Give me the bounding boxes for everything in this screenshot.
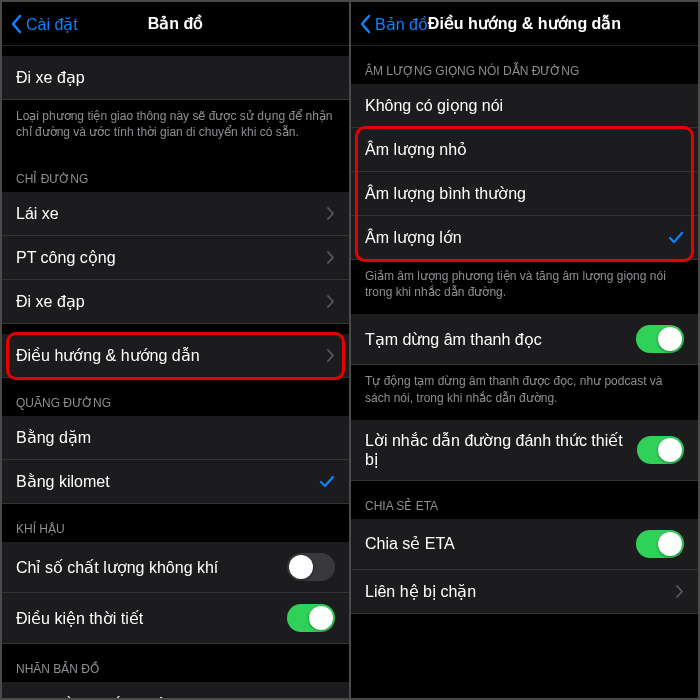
cell-label: Đi xe đạp xyxy=(16,68,85,87)
cell-label: Luôn bằng Tiếng Việt xyxy=(16,695,170,698)
toggle-weather[interactable] xyxy=(287,604,335,632)
cell-loud-volume[interactable]: Âm lượng lớn xyxy=(351,216,698,260)
cell-label: Chỉ số chất lượng không khí xyxy=(16,558,218,577)
back-label: Bản đồ xyxy=(375,15,428,34)
desc-pause: Tự động tạm dừng âm thanh được đọc, như … xyxy=(351,365,698,419)
desc-volume: Giảm âm lượng phương tiện và tăng âm lượ… xyxy=(351,260,698,314)
page-title: Điều hướng & hướng dẫn xyxy=(428,14,621,33)
checkmark-icon xyxy=(668,230,684,246)
content: ÂM LƯỢNG GIỌNG NÓI DẪN ĐƯỜNG Không có gi… xyxy=(351,46,698,698)
cell-label: Lái xe xyxy=(16,205,59,223)
cell-label: Bằng dặm xyxy=(16,428,91,447)
cell-wake-device[interactable]: Lời nhắc dẫn đường đánh thức thiết bị xyxy=(351,420,698,481)
cell-label: Âm lượng nhỏ xyxy=(365,140,467,159)
back-button[interactable]: Cài đặt xyxy=(10,2,78,46)
chevron-right-icon xyxy=(327,207,335,220)
cell-kilometers[interactable]: Bằng kilomet xyxy=(2,460,349,504)
cell-label: Điều hướng & hướng dẫn xyxy=(16,346,200,365)
checkmark-icon xyxy=(319,474,335,490)
header: Bản đồ Điều hướng & hướng dẫn xyxy=(351,2,698,46)
header: Cài đặt Bản đồ xyxy=(2,2,349,46)
cell-pause-spoken-audio[interactable]: Tạm dừng âm thanh đọc xyxy=(351,314,698,365)
cell-label: Tạm dừng âm thanh đọc xyxy=(365,330,542,349)
page-title: Bản đồ xyxy=(148,14,204,33)
toggle-pause-audio[interactable] xyxy=(636,325,684,353)
back-label: Cài đặt xyxy=(26,15,78,34)
chevron-right-icon xyxy=(676,585,684,598)
section-directions-header: CHỈ ĐƯỜNG xyxy=(2,154,349,192)
chevron-right-icon xyxy=(327,349,335,362)
cell-label: Đi xe đạp xyxy=(16,292,85,311)
chevron-left-icon xyxy=(10,14,22,34)
cell-label: Âm lượng lớn xyxy=(365,228,462,247)
section-labels-header: NHÃN BẢN ĐỒ xyxy=(2,644,349,682)
chevron-right-icon xyxy=(327,295,335,308)
section-climate-header: KHÍ HẬU xyxy=(2,504,349,542)
cell-label: Lời nhắc dẫn đường đánh thức thiết bị xyxy=(365,431,637,469)
cell-normal-volume[interactable]: Âm lượng bình thường xyxy=(351,172,698,216)
cell-miles[interactable]: Bằng dặm xyxy=(2,416,349,460)
cell-transit[interactable]: PT công cộng xyxy=(2,236,349,280)
content: Đi xe đạp Loại phương tiện giao thông nà… xyxy=(2,46,349,698)
cell-label: PT công cộng xyxy=(16,248,116,267)
cell-language[interactable]: Luôn bằng Tiếng Việt xyxy=(2,682,349,698)
cell-no-voice[interactable]: Không có giọng nói xyxy=(351,84,698,128)
pane-maps-settings: Cài đặt Bản đồ Đi xe đạp Loại phương tiệ… xyxy=(2,2,349,698)
back-button[interactable]: Bản đồ xyxy=(359,2,428,46)
cell-weather[interactable]: Điều kiện thời tiết xyxy=(2,593,349,644)
cell-label: Điều kiện thời tiết xyxy=(16,609,143,628)
cell-label: Chia sẻ ETA xyxy=(365,534,455,553)
section-volume-header: ÂM LƯỢNG GIỌNG NÓI DẪN ĐƯỜNG xyxy=(351,46,698,84)
toggle-share-eta[interactable] xyxy=(636,530,684,558)
section-eta-header: CHIA SẺ ETA xyxy=(351,481,698,519)
pane-navigation-guidance: Bản đồ Điều hướng & hướng dẫn ÂM LƯỢNG G… xyxy=(351,2,698,698)
section-distance-header: QUÃNG ĐƯỜNG xyxy=(2,378,349,416)
cell-preferred-transport[interactable]: Đi xe đạp xyxy=(2,56,349,100)
cell-navigation-guidance[interactable]: Điều hướng & hướng dẫn xyxy=(2,334,349,378)
cell-label: Liên hệ bị chặn xyxy=(365,582,476,601)
chevron-left-icon xyxy=(359,14,371,34)
toggle-air-quality[interactable] xyxy=(287,553,335,581)
cell-label: Âm lượng bình thường xyxy=(365,184,526,203)
toggle-wake-device[interactable] xyxy=(637,436,684,464)
cell-label: Không có giọng nói xyxy=(365,96,503,115)
desc-transport: Loại phương tiện giao thông này sẽ được … xyxy=(2,100,349,154)
cell-cycling[interactable]: Đi xe đạp xyxy=(2,280,349,324)
cell-low-volume[interactable]: Âm lượng nhỏ xyxy=(351,128,698,172)
cell-driving[interactable]: Lái xe xyxy=(2,192,349,236)
cell-share-eta[interactable]: Chia sẻ ETA xyxy=(351,519,698,570)
cell-label: Bằng kilomet xyxy=(16,472,110,491)
cell-blocked-contacts[interactable]: Liên hệ bị chặn xyxy=(351,570,698,614)
cell-air-quality[interactable]: Chỉ số chất lượng không khí xyxy=(2,542,349,593)
chevron-right-icon xyxy=(327,251,335,264)
